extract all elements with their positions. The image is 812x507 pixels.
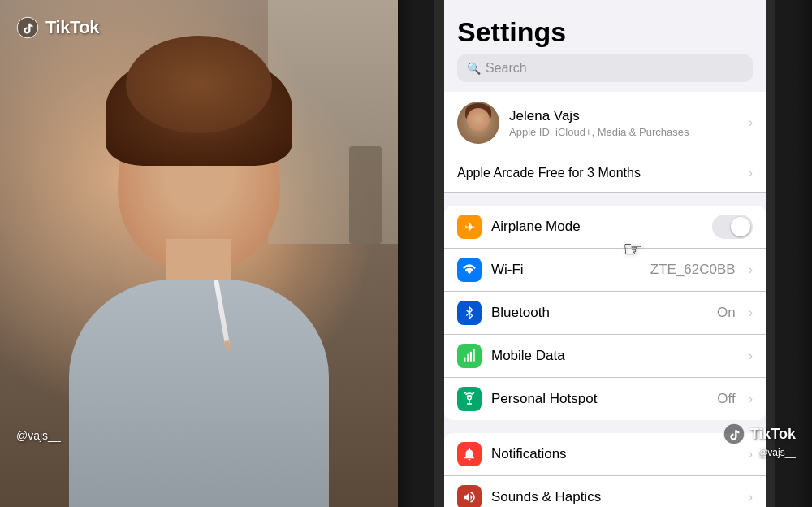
- avatar: [457, 102, 499, 144]
- airplane-mode-toggle[interactable]: [712, 214, 753, 239]
- person-silhouette: [45, 52, 353, 507]
- hair-top: [126, 36, 272, 133]
- search-bar[interactable]: 🔍 Search: [457, 54, 753, 82]
- connectivity-section: ✈ Airplane Mode: [444, 206, 766, 420]
- settings-panel: Settings 🔍 Search Jelena Vajs Apple ID, …: [398, 0, 812, 507]
- notifications-row[interactable]: Notifications ›: [444, 433, 766, 476]
- hotspot-chevron: ›: [749, 392, 753, 406]
- sounds-icon: [457, 485, 482, 507]
- svg-point-7: [468, 396, 472, 400]
- mobile-data-row[interactable]: Mobile Data ›: [444, 335, 766, 378]
- sounds-row[interactable]: Sounds & Haptics ›: [444, 476, 766, 507]
- tiktok-icon: [16, 16, 39, 39]
- profile-chevron: ›: [749, 115, 753, 130]
- airplane-mode-icon: ✈: [457, 214, 482, 239]
- profile-info: Jelena Vajs Apple ID, iCloud+, Media & P…: [509, 108, 739, 138]
- watermark-logo: TikTok: [723, 422, 796, 445]
- mobile-data-icon: [457, 344, 482, 368]
- wifi-chevron: ›: [749, 262, 753, 277]
- notifications-icon: [457, 442, 482, 466]
- mobile-data-label: Mobile Data: [491, 348, 739, 364]
- hotspot-row[interactable]: Personal Hotspot Off ›: [444, 378, 766, 420]
- tiktok-video-panel: TikTok @vajs__: [0, 0, 398, 507]
- svg-point-14: [723, 423, 745, 444]
- hair: [106, 52, 292, 166]
- bluetooth-row[interactable]: Bluetooth On ›: [444, 292, 766, 335]
- svg-rect-6: [473, 349, 475, 362]
- body: [69, 280, 329, 507]
- sounds-chevron: ›: [749, 490, 753, 505]
- hotspot-label: Personal Hotspot: [491, 391, 707, 407]
- tiktok-username: @vajs__: [16, 429, 61, 442]
- watermark-tiktok-icon: [723, 422, 745, 445]
- wifi-icon: [457, 258, 482, 282]
- profile-subtitle: Apple ID, iCloud+, Media & Purchases: [509, 126, 739, 138]
- tiktok-logo: TikTok: [16, 16, 99, 39]
- toggle-knob: [731, 217, 750, 236]
- profile-row[interactable]: Jelena Vajs Apple ID, iCloud+, Media & P…: [444, 92, 766, 154]
- settings-screen: Settings 🔍 Search Jelena Vajs Apple ID, …: [444, 0, 766, 507]
- search-placeholder: Search: [486, 61, 527, 76]
- mobile-data-chevron: ›: [749, 349, 753, 363]
- bluetooth-icon: [457, 301, 482, 325]
- hotspot-value: Off: [717, 391, 735, 407]
- tiktok-text: TikTok: [45, 17, 99, 38]
- bluetooth-label: Bluetooth: [491, 305, 707, 321]
- tiktok-watermark: TikTok @vajs__: [723, 422, 796, 458]
- wifi-label: Wi-Fi: [491, 262, 641, 278]
- svg-rect-4: [467, 354, 469, 362]
- notifications-section: Notifications › Sounds & Haptics ›: [444, 433, 766, 507]
- arcade-row[interactable]: Apple Arcade Free for 3 Months ›: [444, 154, 766, 193]
- knife-block: [349, 146, 382, 244]
- arcade-chevron: ›: [749, 166, 753, 180]
- watermark-text: TikTok: [750, 426, 796, 443]
- settings-title: Settings: [444, 0, 766, 54]
- arcade-label: Apple Arcade Free for 3 Months: [457, 166, 641, 180]
- wifi-row[interactable]: Wi-Fi ZTE_62C0BB ›: [444, 249, 766, 292]
- svg-rect-5: [470, 352, 472, 362]
- sounds-label: Sounds & Haptics: [491, 489, 739, 505]
- watermark-username: @vajs__: [723, 447, 796, 458]
- airplane-mode-label: Airplane Mode: [491, 219, 702, 235]
- avatar-face: [467, 108, 490, 131]
- wifi-value: ZTE_62C0BB: [650, 262, 736, 278]
- svg-point-0: [17, 17, 38, 38]
- airplane-mode-row[interactable]: ✈ Airplane Mode: [444, 206, 766, 249]
- bluetooth-chevron: ›: [749, 306, 753, 320]
- bluetooth-value: On: [717, 305, 736, 321]
- phone-edge-left: [398, 0, 438, 507]
- svg-rect-3: [464, 358, 465, 362]
- notifications-label: Notifications: [491, 446, 739, 462]
- hotspot-icon: [457, 387, 482, 411]
- profile-name: Jelena Vajs: [509, 108, 739, 124]
- search-icon: 🔍: [467, 62, 481, 75]
